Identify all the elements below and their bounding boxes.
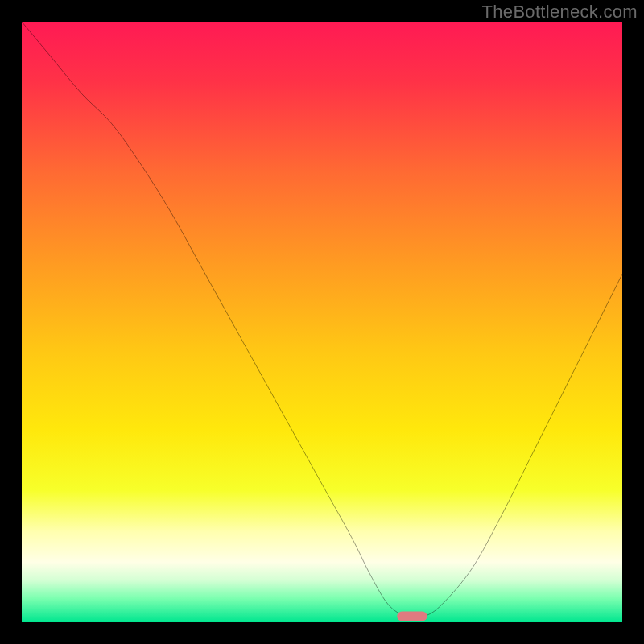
chart-frame: TheBottleneck.com xyxy=(0,0,644,644)
watermark-text: TheBottleneck.com xyxy=(482,2,638,23)
plot-area xyxy=(22,22,622,622)
svg-rect-1 xyxy=(397,612,427,621)
optimum-marker xyxy=(22,22,622,622)
